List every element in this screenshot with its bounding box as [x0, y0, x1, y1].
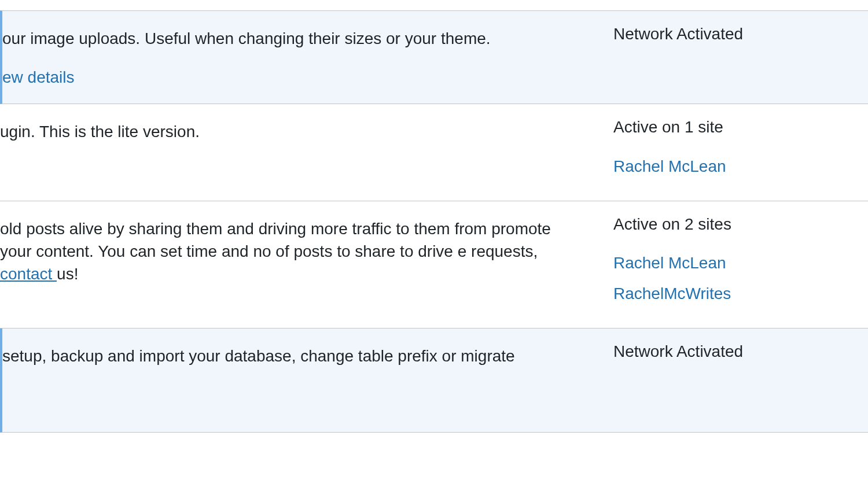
site-link[interactable]: Rachel McLean [613, 155, 845, 178]
plugin-description-cell: ugin. This is the lite version. [0, 116, 613, 185]
plugin-row: ugin. This is the lite version. Active o… [0, 104, 868, 201]
view-details-link[interactable]: ew details [2, 68, 75, 86]
plugin-description-cell: setup, backup and import your database, … [2, 340, 613, 417]
plugin-description-cell: old posts alive by sharing them and driv… [0, 213, 613, 313]
plugin-row: our image uploads. Useful when changing … [0, 10, 868, 104]
active-sites-list: Rachel McLean [613, 155, 845, 178]
site-link[interactable]: Rachel McLean [613, 252, 845, 274]
status-label: Active on 2 sites [613, 213, 845, 235]
plugin-status-cell: Active on 1 site Rachel McLean [613, 116, 868, 185]
plugin-description: ugin. This is the lite version. [0, 120, 579, 143]
top-gap [0, 0, 868, 10]
status-label: Active on 1 site [613, 116, 845, 138]
plugin-description-pre: old posts alive by sharing them and driv… [0, 220, 551, 260]
plugin-status-cell: Active on 2 sites Rachel McLean RachelMc… [613, 213, 868, 313]
plugin-description-post: us! [57, 265, 78, 283]
plugin-description: old posts alive by sharing them and driv… [0, 217, 579, 286]
contact-link[interactable]: contact [0, 265, 57, 283]
active-sites-list: Rachel McLean RachelMcWrites [613, 252, 845, 305]
plugin-meta-links: ew details [2, 66, 579, 88]
status-label: Network Activated [613, 340, 845, 363]
plugin-description: our image uploads. Useful when changing … [2, 27, 579, 50]
plugin-row: old posts alive by sharing them and driv… [0, 201, 868, 329]
site-link[interactable]: RachelMcWrites [613, 282, 845, 305]
plugin-status-cell: Network Activated [613, 340, 868, 417]
plugin-status-cell: Network Activated [613, 23, 868, 88]
plugin-row: setup, backup and import your database, … [0, 328, 868, 433]
status-label: Network Activated [613, 23, 845, 45]
plugin-description: setup, backup and import your database, … [2, 345, 579, 367]
plugin-description-cell: our image uploads. Useful when changing … [2, 23, 613, 88]
